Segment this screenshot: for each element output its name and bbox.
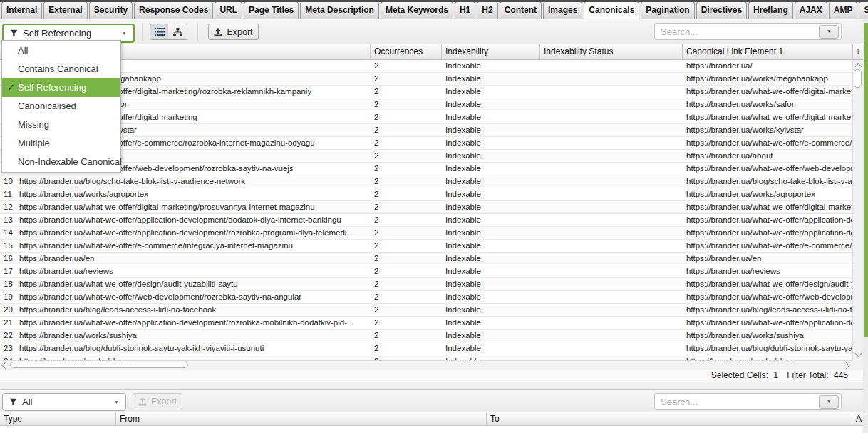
cell-status[interactable] [540, 188, 682, 200]
cell-address[interactable]: https://brander.ua/blog/scho-take-blok-l… [16, 175, 370, 188]
cell-num[interactable]: 13 [0, 214, 16, 226]
cell-occurrences[interactable]: 2 [371, 60, 441, 72]
cell-status[interactable] [540, 291, 682, 303]
cell-canonical[interactable]: https://brander.ua/what-we-offer/e-comme… [683, 240, 852, 252]
cell-address[interactable]: https://brander.ua/works/kless [16, 355, 370, 360]
cell-num[interactable]: 14 [0, 227, 16, 239]
cell-canonical[interactable]: https://brander.ua/what-we-offer/applica… [683, 227, 852, 239]
table-row[interactable]: 9https://brander.ua/what-we-offer/web-de… [0, 163, 852, 175]
table-row[interactable]: 13https://brander.ua/what-we-offer/appli… [0, 214, 852, 227]
table-row[interactable]: 12https://brander.ua/what-we-offer/digit… [0, 201, 852, 214]
filter-menu-item-non-indexable-canonical[interactable]: Non-Indexable Canonical [2, 153, 120, 171]
table-row[interactable]: 15https://brander.ua/what-we-offer/e-com… [0, 240, 852, 253]
cell-canonical[interactable]: https://brander.ua/reviews [683, 265, 852, 277]
filter-menu-item-all[interactable]: All [2, 41, 120, 60]
search-box[interactable]: Search... ▼ [654, 23, 842, 40]
cell-address[interactable]: https://brander.ua/en [16, 253, 370, 265]
filter-menu-item-canonicalised[interactable]: Canonicalised [2, 97, 120, 116]
cell-status[interactable] [540, 278, 682, 290]
cell-indexability[interactable]: Indexable [442, 240, 539, 252]
tab-h1[interactable]: H1 [455, 2, 475, 19]
cell-address[interactable]: https://brander.ua/what-we-offer/digital… [16, 201, 370, 213]
cell-status[interactable] [540, 240, 682, 252]
filter-menu-item-missing[interactable]: Missing [2, 116, 120, 134]
cell-indexability[interactable]: Indexable [442, 304, 539, 316]
tab-pagination[interactable]: Pagination [641, 2, 694, 19]
cell-status[interactable] [540, 304, 682, 316]
cell-occurrences[interactable]: 2 [371, 240, 441, 252]
tab-external[interactable]: External [43, 2, 87, 19]
pane-splitter[interactable] [0, 382, 868, 389]
tab-security[interactable]: Security [89, 2, 133, 19]
cell-canonical[interactable]: https://brander.ua/ [683, 60, 852, 72]
cell-occurrences[interactable]: 2 [371, 342, 441, 355]
column-header-occurrences[interactable]: Occurrences [371, 44, 442, 59]
column-header-canonical-1[interactable]: Canonical Link Element 1 [683, 44, 852, 59]
table-row[interactable]: 18https://brander.ua/what-we-offer/desig… [0, 278, 852, 291]
cell-indexability[interactable]: Indexable [442, 227, 539, 239]
cell-canonical[interactable]: https://brander.ua/what-we-offer/digital… [683, 86, 852, 98]
cell-num[interactable]: 23 [0, 342, 16, 355]
cell-num[interactable]: 10 [0, 175, 16, 188]
export-button[interactable]: Export [208, 24, 259, 40]
cell-occurrences[interactable]: 2 [371, 188, 441, 200]
table-row[interactable]: 17https://brander.ua/reviews2Indexableht… [0, 265, 852, 278]
cell-status[interactable] [540, 317, 682, 329]
cell-canonical[interactable]: https://brander.ua/what-we-offer/e-comme… [683, 137, 852, 149]
cell-indexability[interactable]: Indexable [442, 355, 539, 360]
cell-status[interactable] [540, 98, 682, 111]
cell-status[interactable] [540, 150, 682, 162]
cell-indexability[interactable]: Indexable [442, 163, 539, 175]
column-header-indexability-status[interactable]: Indexability Status [540, 44, 683, 59]
column-header-a[interactable]: A [852, 412, 864, 425]
horizontal-scrollbar-thumb[interactable] [10, 362, 188, 368]
cell-canonical[interactable]: https://brander.ua/what-we-offer/digital… [683, 201, 852, 213]
table-row[interactable]: 24https://brander.ua/works/kless2Indexab… [0, 355, 852, 360]
cell-occurrences[interactable]: 2 [371, 304, 441, 316]
cell-canonical[interactable]: https://brander.ua/works/megabankapp [683, 73, 852, 85]
cell-canonical[interactable]: https://brander.ua/blog/leads-access-i-l… [683, 304, 852, 316]
cell-indexability[interactable]: Indexable [442, 98, 539, 111]
cell-status[interactable] [540, 124, 682, 136]
cell-status[interactable] [540, 253, 682, 265]
cell-indexability[interactable]: Indexable [442, 317, 539, 329]
cell-num[interactable]: 12 [0, 201, 16, 213]
scroll-right-icon[interactable] [843, 362, 850, 370]
cell-canonical[interactable]: https://brander.ua/what-we-offer/applica… [683, 317, 852, 329]
cell-occurrences[interactable]: 2 [371, 317, 441, 329]
tab-content[interactable]: Content [500, 2, 542, 19]
scroll-down-icon[interactable] [855, 350, 862, 357]
bottom-export-button[interactable]: Export [133, 393, 182, 409]
cell-status[interactable] [540, 265, 682, 277]
tab-canonicals[interactable]: Canonicals [584, 2, 639, 19]
table-row[interactable]: 22https://brander.ua/works/sushiya2Index… [0, 330, 852, 342]
table-row[interactable]: 1https://brander.ua/2Indexablehttps://br… [0, 60, 852, 73]
cell-indexability[interactable]: Indexable [442, 124, 539, 136]
vertical-scrollbar[interactable] [852, 60, 863, 360]
cell-num[interactable]: 19 [0, 291, 16, 303]
cell-address[interactable]: https://brander.ua/reviews [16, 265, 370, 277]
cell-address[interactable]: https://brander.ua/works/sushiya [16, 330, 370, 342]
tab-meta-description[interactable]: Meta Description [300, 2, 379, 19]
column-header-from[interactable]: From [116, 412, 487, 425]
cell-occurrences[interactable]: 2 [371, 124, 441, 136]
cell-canonical[interactable]: https://brander.ua/what-we-offer/applica… [683, 214, 852, 226]
table-row[interactable]: 11https://brander.ua/works/agroportex2In… [0, 188, 852, 201]
tab-page-titles[interactable]: Page Titles [244, 2, 299, 19]
table-row[interactable]: 2https://brander.ua/works/megabankapp2In… [0, 73, 852, 86]
cell-occurrences[interactable]: 2 [371, 150, 441, 162]
cell-canonical[interactable]: https://brander.ua/what-we-offer/design/… [683, 278, 852, 290]
cell-occurrences[interactable]: 2 [371, 265, 441, 277]
cell-num[interactable]: 15 [0, 240, 16, 252]
cell-num[interactable]: 18 [0, 278, 16, 290]
tab-ajax[interactable]: AJAX [795, 2, 827, 19]
cell-occurrences[interactable]: 2 [371, 227, 441, 239]
tab-response-codes[interactable]: Response Codes [134, 2, 213, 19]
cell-canonical[interactable]: https://brander.ua/blog/dubli-storinok-s… [683, 342, 852, 355]
scroll-left-icon[interactable] [2, 362, 9, 370]
cell-num[interactable]: 24 [0, 355, 16, 360]
cell-address[interactable]: https://brander.ua/what-we-offer/design/… [16, 278, 370, 290]
tree-view-button[interactable] [168, 24, 187, 40]
table-row[interactable]: 8https://brander.ua/about2Indexablehttps… [0, 150, 852, 163]
cell-indexability[interactable]: Indexable [442, 265, 539, 277]
